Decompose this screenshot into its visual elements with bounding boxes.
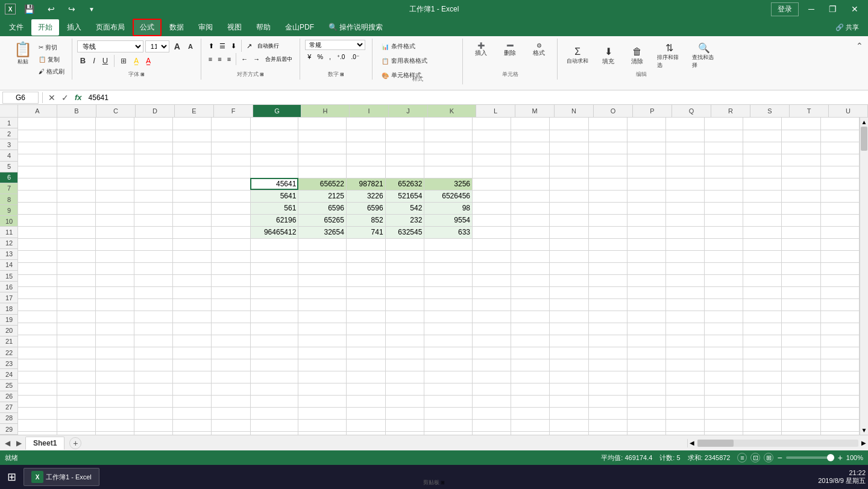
cell-O26[interactable]: [588, 419, 627, 431]
clipboard-expand-icon[interactable]: ⊞: [441, 480, 445, 485]
cell-S11[interactable]: [743, 238, 782, 250]
cell-G16[interactable]: [250, 298, 298, 311]
cell-H11[interactable]: [298, 238, 347, 250]
cell-Q9[interactable]: [665, 214, 704, 226]
cell-H16[interactable]: [298, 298, 347, 311]
cell-B5[interactable]: [57, 166, 95, 178]
cell-E3[interactable]: [173, 142, 212, 154]
cell-D11[interactable]: [134, 238, 173, 250]
cell-C26[interactable]: [95, 419, 134, 431]
cell-D5[interactable]: [134, 166, 173, 178]
cell-A24[interactable]: [18, 395, 57, 407]
increase-decimal-button[interactable]: ⁺.0: [335, 52, 347, 62]
cell-J23[interactable]: [385, 383, 424, 395]
cell-R27[interactable]: [705, 431, 743, 435]
cell-K21[interactable]: [424, 359, 473, 371]
ribbon-collapse[interactable]: ⌃: [856, 39, 863, 51]
redo-button[interactable]: ↪: [63, 3, 80, 15]
cell-L13[interactable]: [472, 262, 511, 274]
cell-D1[interactable]: [134, 118, 173, 130]
cell-Q15[interactable]: [665, 286, 704, 298]
cell-H2[interactable]: [298, 130, 347, 142]
cell-N4[interactable]: [550, 154, 588, 166]
cell-N15[interactable]: [550, 286, 588, 298]
cell-O18[interactable]: [588, 323, 627, 335]
cell-L8[interactable]: [472, 202, 511, 214]
col-header-F[interactable]: F: [214, 105, 253, 117]
cell-Q20[interactable]: [665, 347, 704, 359]
cell-T7[interactable]: [782, 190, 820, 202]
cell-O10[interactable]: [588, 226, 627, 238]
cell-F8[interactable]: [212, 202, 250, 214]
decrease-decimal-button[interactable]: .0⁻: [348, 52, 361, 62]
cell-P27[interactable]: [627, 431, 665, 435]
next-sheet-button[interactable]: ▶: [14, 438, 24, 449]
cell-K25[interactable]: [424, 407, 473, 419]
cell-C19[interactable]: [95, 335, 134, 347]
cell-O1[interactable]: [588, 118, 627, 130]
cell-U25[interactable]: [820, 407, 859, 419]
cell-I20[interactable]: [346, 347, 385, 359]
cell-K14[interactable]: [424, 274, 473, 286]
cell-U13[interactable]: [820, 262, 859, 274]
cell-H6[interactable]: 656522: [298, 178, 347, 190]
row-header-9[interactable]: 9: [0, 205, 18, 216]
cell-N23[interactable]: [550, 383, 588, 395]
cell-K1[interactable]: [424, 118, 473, 130]
cell-K15[interactable]: [424, 286, 473, 298]
format-painter-button[interactable]: 🖌 格式刷: [36, 66, 67, 77]
cell-H24[interactable]: [298, 395, 347, 407]
right-align-button[interactable]: ≡: [225, 53, 233, 65]
cell-M13[interactable]: [511, 262, 550, 274]
cell-Q27[interactable]: [665, 431, 704, 435]
cell-L12[interactable]: [472, 250, 511, 262]
row-header-25[interactable]: 25: [0, 380, 18, 391]
formula-cancel-button[interactable]: ✕: [46, 93, 57, 103]
cell-P13[interactable]: [627, 262, 665, 274]
cell-O22[interactable]: [588, 371, 627, 383]
cell-F22[interactable]: [212, 371, 250, 383]
cell-F14[interactable]: [212, 274, 250, 286]
row-header-29[interactable]: 29: [0, 424, 18, 435]
cell-H7[interactable]: 2125: [298, 190, 347, 202]
cell-A4[interactable]: [18, 154, 57, 166]
cell-B11[interactable]: [57, 238, 95, 250]
cell-S17[interactable]: [743, 311, 782, 323]
cell-G3[interactable]: [250, 142, 298, 154]
cell-M12[interactable]: [511, 250, 550, 262]
cell-I21[interactable]: [346, 359, 385, 371]
cell-U12[interactable]: [820, 250, 859, 262]
cell-U22[interactable]: [820, 371, 859, 383]
cell-R23[interactable]: [705, 383, 743, 395]
cell-R1[interactable]: [705, 118, 743, 130]
cell-N7[interactable]: [550, 190, 588, 202]
cut-button[interactable]: ✂ 剪切: [36, 42, 67, 53]
cell-O6[interactable]: [588, 178, 627, 190]
bottom-align-button[interactable]: ⬇: [228, 40, 239, 52]
row-header-16[interactable]: 16: [0, 282, 18, 292]
menu-home[interactable]: 开始: [31, 19, 59, 36]
view-mode-layout[interactable]: ⊡: [750, 453, 760, 462]
cell-B2[interactable]: [57, 130, 95, 142]
cell-Q23[interactable]: [665, 383, 704, 395]
row-header-10[interactable]: 10: [0, 216, 18, 227]
cell-D10[interactable]: [134, 226, 173, 238]
cell-P11[interactable]: [627, 238, 665, 250]
cell-C15[interactable]: [95, 286, 134, 298]
cell-Q18[interactable]: [665, 323, 704, 335]
cell-C2[interactable]: [95, 130, 134, 142]
cell-K24[interactable]: [424, 395, 473, 407]
vertical-scrollbar[interactable]: ▲ ▼: [860, 118, 868, 435]
cell-M3[interactable]: [511, 142, 550, 154]
cell-M26[interactable]: [511, 419, 550, 431]
col-header-T[interactable]: T: [790, 105, 829, 117]
alignment-expand-icon[interactable]: ⊞: [260, 72, 264, 77]
cell-D2[interactable]: [134, 130, 173, 142]
cell-Q12[interactable]: [665, 250, 704, 262]
cell-I26[interactable]: [346, 419, 385, 431]
cell-O17[interactable]: [588, 311, 627, 323]
menu-search[interactable]: 🔍 操作说明搜索: [322, 19, 389, 36]
cell-T15[interactable]: [782, 286, 820, 298]
cell-P20[interactable]: [627, 347, 665, 359]
percent-button[interactable]: %: [315, 51, 326, 62]
